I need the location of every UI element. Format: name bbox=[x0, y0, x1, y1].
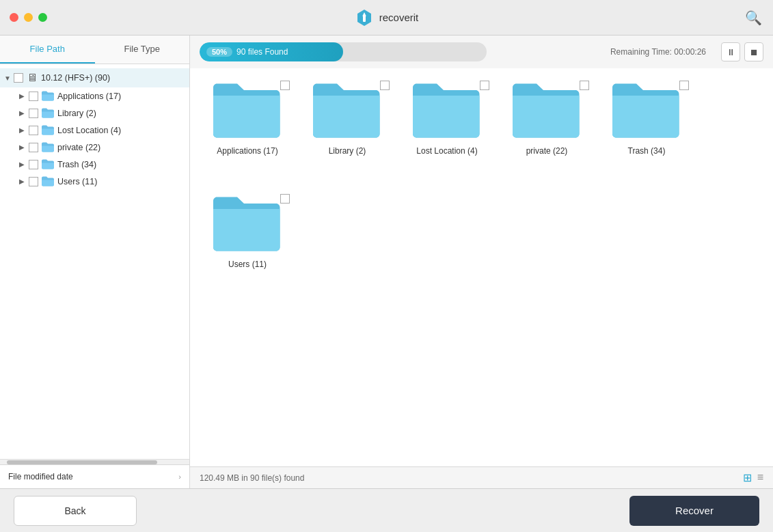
item-checkbox[interactable] bbox=[29, 143, 38, 152]
folder-large-icon bbox=[612, 81, 681, 141]
main-container: File Path File Type ▼ 🖥 10.12 (HFS+) (90… bbox=[0, 36, 773, 488]
item-arrow: ▶ bbox=[19, 178, 29, 185]
file-item-label: Lost Location (4) bbox=[416, 146, 477, 156]
folder-icon bbox=[42, 125, 54, 135]
view-controls: ⏸ ⏹ bbox=[721, 42, 763, 61]
tab-filetype[interactable]: File Type bbox=[95, 36, 190, 64]
close-button[interactable] bbox=[10, 13, 18, 22]
file-checkbox[interactable] bbox=[480, 81, 489, 90]
item-label: Library (2) bbox=[57, 109, 96, 118]
pause-button[interactable]: ⏸ bbox=[721, 42, 740, 61]
left-panel: File Path File Type ▼ 🖥 10.12 (HFS+) (90… bbox=[0, 36, 190, 488]
app-logo-icon bbox=[355, 8, 374, 27]
folder-icon bbox=[42, 142, 54, 152]
title-bar: recoverit 🔍 bbox=[0, 0, 773, 36]
file-checkbox[interactable] bbox=[679, 81, 689, 90]
item-arrow: ▶ bbox=[19, 126, 29, 134]
root-label: 10.12 (HFS+) (90) bbox=[41, 73, 110, 83]
item-arrow: ▶ bbox=[19, 92, 29, 100]
tree-container[interactable]: ▼ 🖥 10.12 (HFS+) (90) ▶ Applications (17… bbox=[0, 64, 189, 459]
folder-large-icon bbox=[313, 81, 381, 141]
item-arrow: ▶ bbox=[19, 160, 29, 168]
list-view-button[interactable]: ≡ bbox=[757, 471, 763, 484]
tree-item-users[interactable]: ▶ Users (11) bbox=[0, 173, 189, 190]
file-item-label: Applications (17) bbox=[217, 146, 277, 156]
status-info: 120.49 MB in 90 file(s) found bbox=[200, 473, 304, 483]
tree-root-item[interactable]: ▼ 🖥 10.12 (HFS+) (90) bbox=[0, 68, 189, 87]
tree-item-lostlocation[interactable]: ▶ Lost Location (4) bbox=[0, 122, 189, 139]
item-checkbox[interactable] bbox=[29, 109, 38, 118]
remaining-time: Remaining Time: 00:00:26 bbox=[610, 47, 706, 57]
scrollbar-area[interactable] bbox=[0, 459, 189, 464]
folder-icon bbox=[42, 108, 54, 118]
status-bar: 120.49 MB in 90 file(s) found ⊞ ≡ bbox=[190, 466, 773, 488]
recover-button[interactable]: Recover bbox=[629, 496, 759, 526]
maximize-button[interactable] bbox=[38, 13, 47, 22]
progress-fill: 50% 90 files Found bbox=[200, 42, 343, 61]
file-item-label: Library (2) bbox=[329, 146, 366, 156]
folder-icon bbox=[42, 91, 54, 101]
folder-icon bbox=[42, 176, 54, 186]
grid-view-button[interactable]: ⊞ bbox=[743, 471, 752, 484]
folder-large-icon bbox=[213, 81, 282, 141]
item-label: Lost Location (4) bbox=[57, 126, 121, 135]
file-checkbox[interactable] bbox=[580, 81, 589, 90]
hdd-icon: 🖥 bbox=[27, 72, 38, 84]
tree-item-applications[interactable]: ▶ Applications (17) bbox=[0, 87, 189, 104]
root-checkbox[interactable] bbox=[14, 73, 23, 83]
tabs: File Path File Type bbox=[0, 36, 189, 64]
file-item-label: private (22) bbox=[526, 146, 568, 156]
search-icon[interactable]: 🔍 bbox=[745, 10, 762, 26]
view-toggle: ⊞ ≡ bbox=[743, 471, 763, 484]
right-panel: 50% 90 files Found Remaining Time: 00:00… bbox=[190, 36, 773, 488]
file-modified-date-filter[interactable]: File modified date › bbox=[0, 464, 189, 488]
progress-bar-area: 50% 90 files Found Remaining Time: 00:00… bbox=[190, 36, 773, 68]
item-arrow: ▶ bbox=[19, 109, 29, 117]
file-checkbox[interactable] bbox=[280, 194, 290, 204]
item-arrow: ▶ bbox=[19, 143, 29, 151]
file-item-library[interactable]: Library (2) bbox=[299, 75, 395, 184]
folder-large-icon bbox=[513, 81, 581, 141]
minimize-button[interactable] bbox=[24, 13, 33, 22]
progress-percent-badge: 50% bbox=[206, 47, 232, 57]
action-bar: Back Recover bbox=[0, 488, 773, 532]
stop-button[interactable]: ⏹ bbox=[744, 42, 763, 61]
folder-large-icon bbox=[413, 81, 481, 141]
tree-item-library[interactable]: ▶ Library (2) bbox=[0, 104, 189, 122]
folder-icon bbox=[42, 159, 54, 169]
item-checkbox[interactable] bbox=[29, 126, 38, 135]
scrollbar-thumb[interactable] bbox=[7, 460, 157, 464]
file-item-private[interactable]: private (22) bbox=[499, 75, 595, 184]
back-button[interactable]: Back bbox=[14, 496, 137, 526]
file-item-trash[interactable]: Trash (34) bbox=[599, 75, 694, 184]
tab-filepath[interactable]: File Path bbox=[0, 36, 95, 64]
item-label: Trash (34) bbox=[57, 160, 96, 169]
chevron-right-icon: › bbox=[178, 473, 181, 481]
item-checkbox[interactable] bbox=[29, 177, 38, 186]
file-item-label: Users (11) bbox=[228, 260, 267, 269]
file-item-label: Trash (34) bbox=[628, 146, 666, 156]
tree-item-private[interactable]: ▶ private (22) bbox=[0, 139, 189, 156]
file-item-applications[interactable]: Applications (17) bbox=[200, 75, 295, 184]
collapse-arrow: ▼ bbox=[4, 74, 14, 82]
file-checkbox[interactable] bbox=[280, 81, 290, 90]
item-label: private (22) bbox=[57, 143, 100, 152]
folder-large-icon bbox=[213, 194, 282, 254]
item-checkbox[interactable] bbox=[29, 160, 38, 169]
app-title: recoverit bbox=[355, 8, 419, 27]
tree-item-trash[interactable]: ▶ Trash (34) bbox=[0, 156, 189, 173]
traffic-lights bbox=[10, 13, 47, 22]
file-grid[interactable]: Applications (17) Library (2) bbox=[190, 68, 773, 466]
filter-label: File modified date bbox=[8, 472, 73, 481]
progress-files-label: 90 files Found bbox=[236, 47, 288, 57]
progress-bar: 50% 90 files Found bbox=[200, 42, 487, 61]
svg-rect-2 bbox=[363, 15, 366, 22]
item-checkbox[interactable] bbox=[29, 92, 38, 101]
file-item-lostlocation[interactable]: Lost Location (4) bbox=[399, 75, 495, 184]
file-item-users[interactable]: Users (11) bbox=[200, 188, 295, 298]
item-label: Applications (17) bbox=[57, 92, 121, 101]
file-checkbox[interactable] bbox=[380, 81, 390, 90]
item-label: Users (11) bbox=[57, 177, 97, 186]
